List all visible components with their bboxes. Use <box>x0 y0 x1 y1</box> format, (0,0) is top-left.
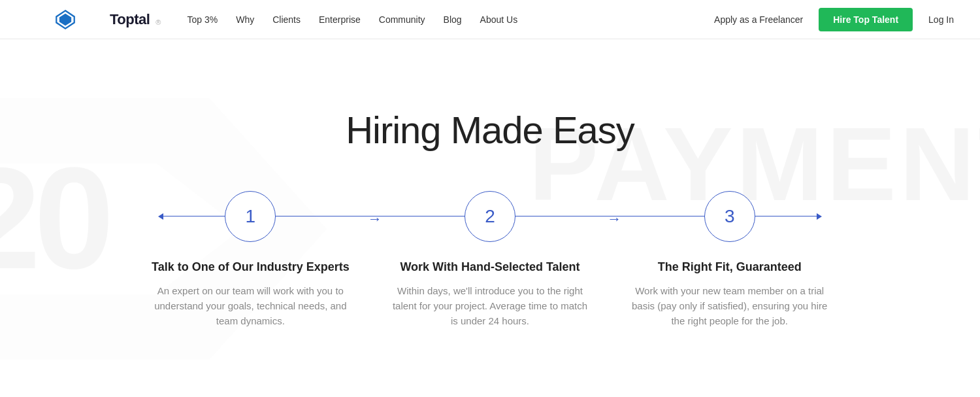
step-3-description: Work with your new team member on a tria… <box>632 283 828 329</box>
steps-container: 1 → Talk to One of Our Industry Experts … <box>131 191 849 329</box>
step-1-circle: 1 <box>225 191 276 242</box>
nav-link-blog[interactable]: Blog <box>444 14 462 25</box>
logo-trademark: ® <box>155 18 161 26</box>
nav-link-clients[interactable]: Clients <box>272 14 301 25</box>
step-2-title: Work With Hand-Selected Talent <box>400 260 580 274</box>
nav-right: Apply as a Freelancer Hire Top Talent Lo… <box>714 8 954 31</box>
nav-link-why[interactable]: Why <box>236 14 254 25</box>
step-2-description: Within days, we'll introduce you to the … <box>392 283 588 329</box>
step-1-title: Talk to One of Our Industry Experts <box>152 260 350 274</box>
hire-talent-button[interactable]: Hire Top Talent <box>819 8 913 31</box>
main-content: 20 PAYMENT Hiring Made Easy 1 → Talk to … <box>0 39 980 397</box>
logo[interactable]: Toptal ® <box>26 9 161 30</box>
navbar: Toptal ® Top 3% Why Clients Enterprise C… <box>0 0 980 39</box>
step-2-circle: 2 <box>465 191 515 242</box>
apply-freelancer-link[interactable]: Apply as a Freelancer <box>714 14 803 25</box>
page-heading: Hiring Made Easy <box>346 108 634 152</box>
step-3-number: 3 <box>725 206 735 227</box>
nav-link-enterprise[interactable]: Enterprise <box>319 14 361 25</box>
step-3-title: The Right Fit, Guaranteed <box>658 260 802 274</box>
nav-link-top3[interactable]: Top 3% <box>187 14 218 25</box>
step-1-description: An expert on our team will work with you… <box>152 283 348 329</box>
step-1: 1 → Talk to One of Our Industry Experts … <box>131 191 370 329</box>
logo-wordmark: Toptal <box>110 11 150 28</box>
nav-links: Top 3% Why Clients Enterprise Community … <box>187 14 714 25</box>
step-1-number: 1 <box>246 206 256 227</box>
step-2-number: 2 <box>485 206 495 227</box>
step-2: 2 → Work With Hand-Selected Talent Withi… <box>370 191 610 329</box>
watermark-number: 20 <box>0 135 108 301</box>
nav-link-community[interactable]: Community <box>379 14 425 25</box>
svg-marker-1 <box>59 13 71 25</box>
toptal-logo-icon <box>26 9 105 30</box>
login-link[interactable]: Log In <box>928 14 954 25</box>
nav-link-about[interactable]: About Us <box>480 14 518 25</box>
step-3-circle: 3 <box>704 191 755 242</box>
step-3: 3 The Right Fit, Guaranteed Work with yo… <box>610 191 849 329</box>
